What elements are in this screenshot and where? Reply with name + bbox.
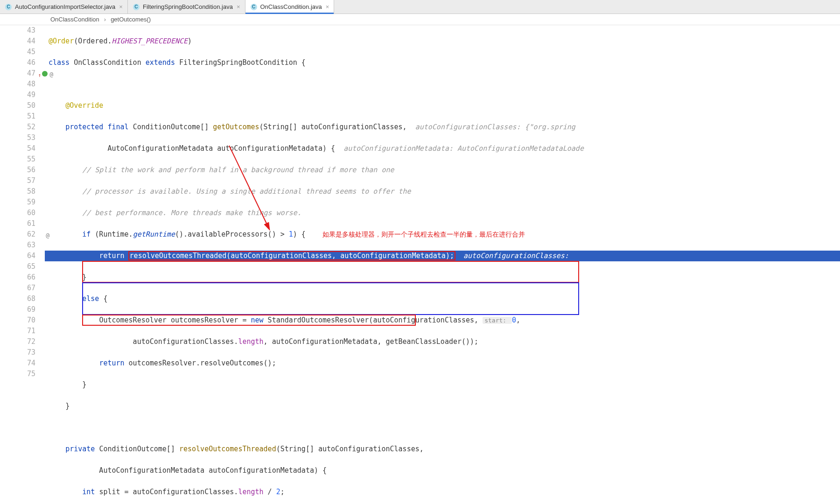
tab-item[interactable]: C FilteringSpringBootCondition.java × (128, 0, 245, 14)
chevron-right-icon: › (104, 16, 106, 23)
breadcrumb-method: getOutcomes() (111, 16, 151, 23)
java-class-icon: C (5, 3, 12, 11)
tab-label: FilteringSpringBootCondition.java (143, 3, 233, 10)
breadcrumb[interactable]: OnClassCondition › getOutcomes() (0, 14, 840, 25)
java-class-icon: C (250, 3, 258, 11)
breadcrumb-class: OnClassCondition (50, 16, 99, 23)
editor-area: 43 44 45 46 47↑@ 48 49 50 51 52 53 54 55… (0, 25, 840, 504)
red-highlight-box: resolveOutcomesThreaded(autoConfiguratio… (129, 252, 455, 260)
editor-tabs: C AutoConfigurationImportSelector.java ×… (0, 0, 840, 14)
java-class-icon: C (133, 3, 140, 11)
close-icon[interactable]: × (119, 3, 123, 10)
tab-label: OnClassCondition.java (260, 3, 322, 10)
close-icon[interactable]: × (237, 3, 240, 10)
tab-item[interactable]: C AutoConfigurationImportSelector.java × (0, 0, 128, 14)
gutter: 43 44 45 46 47↑@ 48 49 50 51 52 53 54 55… (0, 25, 45, 504)
tab-label: AutoConfigurationImportSelector.java (15, 3, 115, 10)
tab-item[interactable]: C OnClassCondition.java × (245, 0, 335, 14)
code-content[interactable]: @Order(Ordered.HIGHEST_PRECEDENCE) class… (45, 25, 840, 504)
up-arrow-icon: ↑ (38, 70, 41, 81)
close-icon[interactable]: × (326, 3, 329, 10)
selected-line: return resolveOutcomesThreaded(autoConfi… (45, 251, 840, 261)
annotation-comment: 如果是多核处理器，则开一个子线程去检查一半的量，最后在进行合并 (322, 231, 525, 238)
